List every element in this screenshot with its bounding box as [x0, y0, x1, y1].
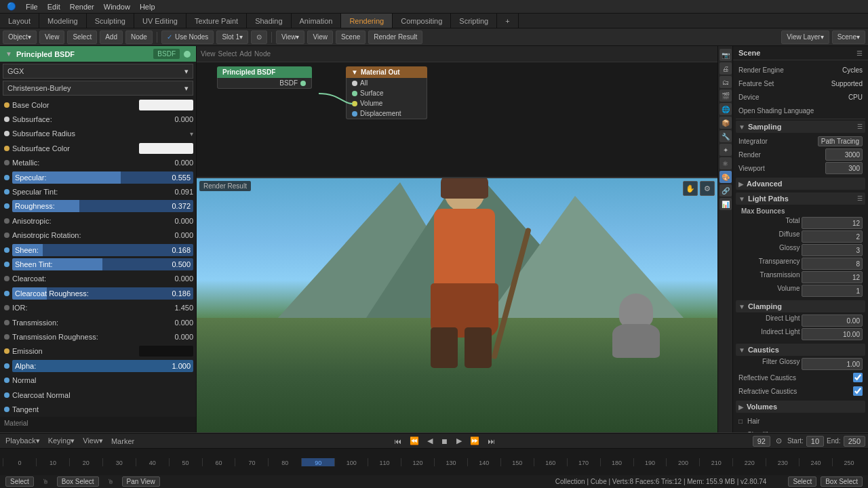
keying-btn[interactable]: Keying▾ [45, 436, 78, 445]
node-editor-menu-node[interactable]: Node [254, 50, 271, 58]
menu-help[interactable]: Help [136, 0, 159, 13]
metallic-value[interactable]: 0.000 [163, 159, 193, 167]
play-back-btn[interactable]: ◀ [425, 436, 435, 445]
tab-texture-paint[interactable]: Texture Paint [186, 14, 247, 28]
end-frame[interactable]: 250 [844, 436, 865, 447]
alpha-bar[interactable]: Alpha: 1.000 [12, 360, 193, 372]
menu-window[interactable]: Window [100, 0, 134, 13]
transmission-value[interactable]: 0.000 [163, 319, 193, 327]
transmission-roughness-value[interactable]: 0.000 [163, 333, 193, 341]
start-frame[interactable]: 10 [806, 436, 824, 447]
light-paths-menu[interactable]: ☰ [857, 195, 863, 202]
base-color-swatch[interactable] [139, 100, 193, 110]
blender-logo[interactable]: 🔵 [3, 0, 20, 13]
caustics-header[interactable]: ▼ Caustics [736, 344, 865, 356]
sampling-menu-icon[interactable]: ☰ [857, 123, 863, 130]
step-fwd-btn[interactable]: ⏩ [467, 436, 482, 445]
toolbar-node[interactable]: Node [125, 30, 153, 44]
status-select2-btn[interactable]: Select [788, 476, 816, 487]
advanced-header[interactable]: ▶ Advanced [736, 178, 865, 190]
tab-scripting[interactable]: Scripting [451, 14, 497, 28]
status-select-btn[interactable]: Select [5, 476, 34, 487]
toolbar-view2[interactable]: View▾ [276, 30, 305, 44]
node-editor-menu-add[interactable]: Add [239, 50, 252, 58]
emission-swatch[interactable] [139, 346, 193, 357]
sampling-header[interactable]: ▼ Sampling ☰ [736, 121, 865, 133]
status-pan-btn[interactable]: Pan View [122, 476, 160, 487]
toolbar-add[interactable]: Add [100, 30, 123, 44]
reflective-caustics-checkbox[interactable] [853, 373, 863, 382]
object-icon[interactable]: 📦 [719, 117, 732, 129]
direct-light-value[interactable]: 0.00 [802, 314, 863, 327]
node-editor-menu-select[interactable]: Select [218, 50, 237, 58]
filter-glossy-value[interactable]: 1.00 [802, 358, 863, 370]
tab-uv-editing[interactable]: UV Editing [134, 14, 186, 28]
toolbar-scene[interactable]: Scene [336, 30, 366, 44]
specular-tint-value[interactable]: 0.091 [163, 188, 193, 196]
render-icon[interactable]: 📷 [719, 49, 732, 61]
scene-icon[interactable]: 🎬 [719, 89, 732, 102]
output-icon[interactable]: 🖨 [719, 62, 732, 75]
modifier-icon[interactable]: 🔧 [719, 130, 732, 142]
jump-start-btn[interactable]: ⏮ [391, 437, 404, 445]
menu-render[interactable]: Render [66, 0, 98, 13]
timeline-ruler[interactable]: 0 10 20 30 40 50 60 70 80 90 100 110 120… [0, 448, 868, 475]
status-box-select2-btn[interactable]: Box Select [821, 476, 863, 487]
volumes-header[interactable]: ▶ Volumes [736, 401, 865, 413]
subsurface-radius-arrow[interactable]: ▾ [190, 130, 193, 138]
scene-panel-menu[interactable]: ☰ [856, 49, 863, 57]
physics-icon[interactable]: ⚛ [719, 157, 732, 169]
view-layer-icon[interactable]: 🗂 [719, 76, 732, 88]
roughness-bar[interactable]: Roughness: 0.372 [12, 200, 193, 212]
view-tl-btn[interactable]: View▾ [80, 436, 106, 445]
tab-modeling[interactable]: Modeling [39, 14, 87, 28]
use-nodes-btn[interactable]: ✓ Use Nodes [161, 30, 214, 44]
tab-animation[interactable]: Animation [292, 14, 342, 28]
viewport[interactable]: ✋ ⚙ Render Result [197, 178, 717, 432]
clamping-header[interactable]: ▼ Clamping [736, 300, 865, 312]
tab-shading[interactable]: Shading [247, 14, 291, 28]
diffuse-value[interactable]: 2 [802, 230, 863, 243]
integrator-value-container[interactable]: Path Tracing [818, 136, 863, 146]
toolbar-select[interactable]: Select [67, 30, 97, 44]
particle-icon[interactable]: ✦ [719, 144, 732, 156]
ior-value[interactable]: 1.450 [163, 304, 193, 312]
status-box-select-btn[interactable]: Box Select [57, 476, 99, 487]
render-samples-input[interactable] [825, 148, 863, 161]
clearcoat-roughness-bar[interactable]: Clearcoat Roughness: 0.186 [12, 287, 193, 300]
data-icon[interactable]: 📊 [719, 198, 732, 210]
toolbar-btn-circle[interactable]: ⊙ [251, 30, 267, 44]
toolbar-view3[interactable]: View [307, 30, 333, 44]
node-output-connector[interactable] [184, 51, 191, 58]
tab-rendering[interactable]: Rendering [341, 14, 393, 28]
tab-layout[interactable]: Layout [0, 14, 39, 28]
glossy-value[interactable]: 3 [802, 244, 863, 256]
tab-compositing[interactable]: Compositing [393, 14, 451, 28]
refractive-caustics-checkbox[interactable] [853, 386, 863, 396]
sheen-bar[interactable]: Sheen: 0.168 [12, 244, 193, 256]
toolbar-view-layer[interactable]: View Layer▾ [781, 30, 829, 44]
viewport-hand-icon[interactable]: ✋ [683, 181, 698, 196]
total-value[interactable]: 12 [802, 217, 863, 229]
jump-end-btn[interactable]: ⏭ [485, 437, 498, 445]
world-icon[interactable]: 🌐 [719, 103, 732, 115]
constraint-icon[interactable]: 🔗 [719, 184, 732, 197]
slot-btn[interactable]: Slot 1▾ [216, 30, 248, 44]
transparency-value[interactable]: 8 [802, 258, 863, 270]
play-btn[interactable]: ▶ [454, 436, 465, 445]
viewport-samples-input[interactable] [825, 162, 863, 174]
viewport-settings-icon[interactable]: ⚙ [700, 181, 715, 196]
tab-add[interactable]: + [497, 14, 518, 28]
step-back-btn[interactable]: ⏪ [407, 436, 422, 445]
anisotropic-rotation-value[interactable]: 0.000 [163, 231, 193, 239]
current-frame[interactable]: 92 [753, 436, 770, 447]
menu-edit[interactable]: Edit [43, 0, 64, 13]
volume-lp-value[interactable]: 1 [802, 285, 863, 297]
toolbar-render-result[interactable]: Render Result [368, 30, 422, 44]
menu-file[interactable]: File [22, 0, 42, 13]
tab-sculpting[interactable]: Sculpting [87, 14, 134, 28]
clearcoat-value[interactable]: 0.000 [163, 274, 193, 283]
indirect-light-value[interactable]: 10.00 [802, 328, 863, 340]
toolbar-object[interactable]: Object▾ [3, 30, 37, 44]
sheen-tint-bar[interactable]: Sheen Tint: 0.500 [12, 258, 193, 270]
